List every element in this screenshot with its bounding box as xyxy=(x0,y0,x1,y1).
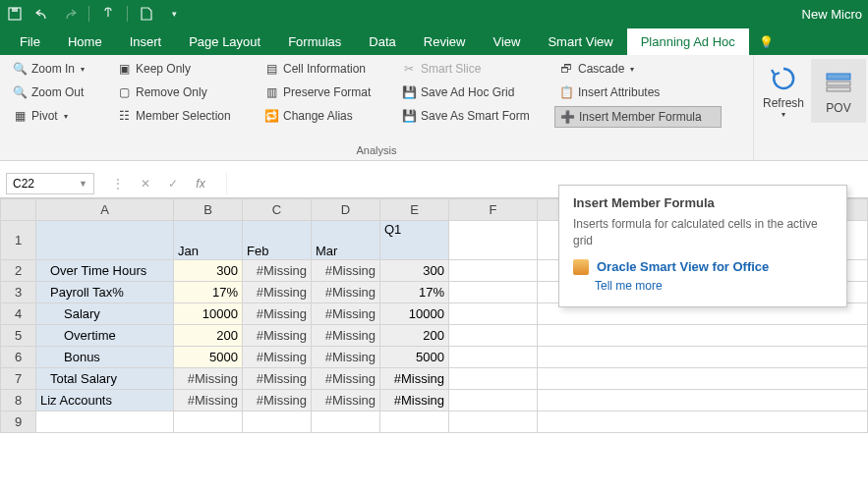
row-header-2[interactable]: 2 xyxy=(1,260,36,282)
cell-D1[interactable]: Mar xyxy=(312,221,380,260)
cell-C6[interactable]: #Missing xyxy=(243,347,312,368)
cell-B6[interactable]: 5000 xyxy=(174,347,243,368)
col-header-B[interactable]: B xyxy=(174,199,243,221)
row-header-5[interactable]: 5 xyxy=(1,325,36,347)
fx-icon[interactable]: fx xyxy=(193,177,208,191)
cell-E6[interactable]: 5000 xyxy=(380,347,449,368)
save-adhoc-grid-button[interactable]: 💾Save Ad Hoc Grid xyxy=(397,82,545,102)
cell-C9[interactable] xyxy=(243,412,312,433)
cell-B2[interactable]: 300 xyxy=(174,260,243,282)
row-header-6[interactable]: 6 xyxy=(1,347,36,368)
enter-formula-icon[interactable]: ✓ xyxy=(165,177,181,191)
cell-E2[interactable]: 300 xyxy=(380,260,449,282)
cell-F5[interactable] xyxy=(449,325,538,347)
cell-C4[interactable]: #Missing xyxy=(243,303,312,325)
row-header-4[interactable]: 4 xyxy=(1,303,36,325)
cell-E8[interactable]: #Missing xyxy=(380,390,449,412)
cell-B1[interactable]: Jan xyxy=(174,221,243,260)
cell-information-button[interactable]: ▤Cell Information xyxy=(260,59,387,79)
cell-E4[interactable]: 10000 xyxy=(380,303,449,325)
zoom-out-button[interactable]: 🔍Zoom Out xyxy=(8,82,102,102)
save-smart-form-button[interactable]: 💾Save As Smart Form xyxy=(397,106,545,126)
new-doc-icon[interactable] xyxy=(138,5,155,23)
cell-D7[interactable]: #Missing xyxy=(312,368,380,390)
col-header-C[interactable]: C xyxy=(243,199,312,221)
tab-view[interactable]: View xyxy=(479,28,534,55)
cell-F3[interactable] xyxy=(449,282,538,303)
tab-file[interactable]: File xyxy=(6,28,54,55)
col-header-D[interactable]: D xyxy=(312,199,380,221)
cell-A6[interactable]: Bonus xyxy=(36,347,174,368)
cell-D3[interactable]: #Missing xyxy=(312,282,380,303)
cell-D9[interactable] xyxy=(312,412,380,433)
cell-A7[interactable]: Total Salary xyxy=(36,368,174,390)
tab-insert[interactable]: Insert xyxy=(116,28,176,55)
cell-A3[interactable]: Payroll Tax% xyxy=(36,282,174,303)
cell-F1[interactable] xyxy=(449,221,538,260)
cell-B3[interactable]: 17% xyxy=(174,282,243,303)
tell-me-icon[interactable]: 💡 xyxy=(753,29,780,55)
cell-F8[interactable] xyxy=(449,390,538,412)
cell-A2[interactable]: Over Time Hours xyxy=(36,260,174,282)
save-icon[interactable] xyxy=(6,5,24,23)
col-header-E[interactable]: E xyxy=(380,199,449,221)
cell-D5[interactable]: #Missing xyxy=(312,325,380,347)
cancel-formula-icon[interactable]: ✕ xyxy=(138,177,153,191)
cell-C2[interactable]: #Missing xyxy=(243,260,312,282)
keep-only-button[interactable]: ▣Keep Only xyxy=(112,59,250,79)
cell-E7[interactable]: #Missing xyxy=(380,368,449,390)
select-all-corner[interactable] xyxy=(1,199,36,221)
cell-C3[interactable]: #Missing xyxy=(243,282,312,303)
refresh-button[interactable]: Refresh ▾ xyxy=(756,59,811,123)
cell-A9[interactable] xyxy=(36,412,174,433)
remove-only-button[interactable]: ▢Remove Only xyxy=(112,82,250,102)
cell-D6[interactable]: #Missing xyxy=(312,347,380,368)
chevron-down-icon[interactable]: ▼ xyxy=(79,179,87,189)
cell-B5[interactable]: 200 xyxy=(174,325,243,347)
tab-planning-adhoc[interactable]: Planning Ad Hoc xyxy=(627,28,749,55)
cell-D2[interactable]: #Missing xyxy=(312,260,380,282)
cell-C1[interactable]: Feb xyxy=(243,221,312,260)
cell-B8[interactable]: #Missing xyxy=(174,390,243,412)
cell-C7[interactable]: #Missing xyxy=(243,368,312,390)
cell-E9[interactable] xyxy=(380,412,449,433)
cascade-button[interactable]: 🗗Cascade ▾ xyxy=(554,59,722,79)
cell-A8[interactable]: Liz Accounts xyxy=(36,390,174,412)
qat-customize-icon[interactable]: ▾ xyxy=(165,5,183,23)
row-header-8[interactable]: 8 xyxy=(1,390,36,412)
tell-me-more-link[interactable]: Tell me more xyxy=(595,279,833,293)
pov-button[interactable]: POV xyxy=(811,59,866,123)
cell-F7[interactable] xyxy=(449,368,538,390)
cell-A1[interactable] xyxy=(36,221,174,260)
cell-E3[interactable]: 17% xyxy=(380,282,449,303)
cell-E5[interactable]: 200 xyxy=(380,325,449,347)
insert-member-formula-button[interactable]: ➕Insert Member Formula xyxy=(554,106,722,128)
cell-E1[interactable]: Q1 xyxy=(380,221,449,260)
tab-review[interactable]: Review xyxy=(410,28,480,55)
tab-smart-view[interactable]: Smart View xyxy=(534,28,626,55)
change-alias-button[interactable]: 🔁Change Alias xyxy=(260,106,387,126)
undo-icon[interactable] xyxy=(33,5,51,23)
cell-F4[interactable] xyxy=(449,303,538,325)
tab-formulas[interactable]: Formulas xyxy=(274,28,355,55)
row-header-7[interactable]: 7 xyxy=(1,368,36,390)
cell-B7[interactable]: #Missing xyxy=(174,368,243,390)
preserve-format-button[interactable]: ▥Preserve Format xyxy=(260,82,387,102)
cell-B9[interactable] xyxy=(174,412,243,433)
cell-F9[interactable] xyxy=(449,412,538,433)
cell-C5[interactable]: #Missing xyxy=(243,325,312,347)
member-selection-button[interactable]: ☷Member Selection xyxy=(112,106,250,126)
pivot-button[interactable]: ▦Pivot ▾ xyxy=(8,106,102,126)
cell-D4[interactable]: #Missing xyxy=(312,303,380,325)
cell-F6[interactable] xyxy=(449,347,538,368)
screentip-help-link[interactable]: Oracle Smart View for Office xyxy=(573,259,833,275)
col-header-A[interactable]: A xyxy=(36,199,174,221)
redo-icon[interactable] xyxy=(61,5,79,23)
tab-home[interactable]: Home xyxy=(54,28,116,55)
row-header-9[interactable]: 9 xyxy=(1,412,36,433)
row-header-3[interactable]: 3 xyxy=(1,282,36,303)
zoom-in-button[interactable]: 🔍Zoom In ▾ xyxy=(8,59,102,79)
name-box[interactable]: C22▼ xyxy=(6,173,94,194)
cell-A5[interactable]: Overtime xyxy=(36,325,174,347)
col-header-F[interactable]: F xyxy=(449,199,538,221)
